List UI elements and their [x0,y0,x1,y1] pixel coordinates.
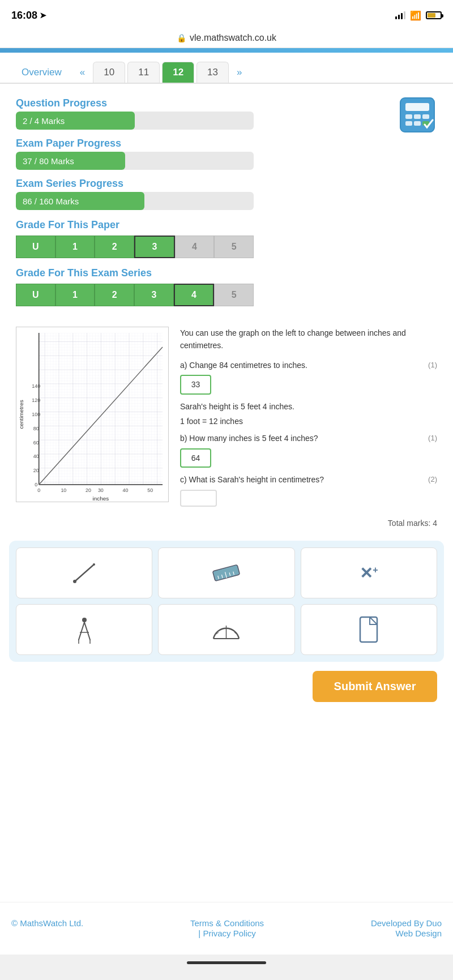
graph-container: 0 20 40 60 80 100 120 140 0 10 20 30 40 … [16,327,169,529]
svg-text:inches: inches [93,495,109,502]
status-icons: 📶 [395,10,442,21]
toolbar-grid: ✕+ [16,547,437,655]
protractor-tool-icon [211,617,242,643]
home-indicator-area [0,955,453,969]
exam-paper-label: Exam Paper Progress [16,138,437,149]
question-b-text: b) How many inches is 5 feet 4 inches? [180,432,318,444]
grade-series-boxes: U 1 2 3 4 5 [16,284,254,306]
ruler-tool-button[interactable] [158,547,294,598]
url-text: vle.mathswatch.co.uk [190,33,276,43]
lock-icon: 🔒 [177,33,186,42]
svg-point-39 [82,618,87,622]
svg-line-41 [84,622,90,640]
nav-prev-arrow[interactable]: « [74,62,91,83]
status-time: 16:08 ➤ [11,10,46,22]
question-b-marks: (1) [428,433,437,444]
submit-answer-button[interactable]: Submit Answer [313,671,437,702]
location-icon: ➤ [40,11,46,20]
svg-text:0: 0 [37,487,40,493]
eraser-tool-button[interactable]: ✕+ [301,547,437,598]
document-tool-icon [357,615,380,644]
grade-series-box-U: U [16,284,55,306]
exam-series-label: Exam Series Progress [16,178,437,190]
grade-series-section: Grade For This Exam Series U 1 2 3 4 5 [0,267,453,315]
conversion-graph: 0 20 40 60 80 100 120 140 0 10 20 30 40 … [16,327,169,502]
svg-text:140: 140 [32,383,40,389]
question-part-a: a) Change 84 centimetres to inches. (1) … [180,359,437,395]
svg-text:0: 0 [35,482,37,487]
question-a-text: a) Change 84 centimetres to inches. [180,359,307,371]
answer-c-box[interactable] [180,490,217,507]
protractor-tool-button[interactable] [158,604,294,655]
svg-text:100: 100 [32,412,40,417]
nav-next-arrow[interactable]: » [231,62,247,83]
question-c-marks: (2) [428,474,437,486]
answer-a-box[interactable]: 33 [180,375,211,394]
footer-copyright: © MathsWatch Ltd. [11,918,83,928]
grade-series-box-3: 3 [134,284,174,306]
answer-b-box[interactable]: 64 [180,448,211,468]
nav-tabs: Overview « 10 11 12 13 » [0,53,453,84]
calculator-icon [398,95,437,135]
svg-rect-49 [360,617,377,642]
line-tool-button[interactable] [16,547,152,598]
svg-text:10: 10 [61,487,66,493]
tab-11[interactable]: 11 [127,62,160,83]
home-bar [187,961,266,964]
grade-paper-box-4: 4 [175,236,215,258]
svg-text:20: 20 [33,468,39,473]
grade-paper-box-3: 3 [134,236,175,258]
top-accent-bar [0,48,453,53]
terms-link[interactable]: Terms & Conditions [190,918,264,928]
grade-paper-boxes: U 1 2 3 4 5 [16,236,254,258]
total-marks: Total marks: 4 [180,517,437,529]
question-sub-text: Sarah's height is 5 feet 4 inches. [180,400,437,413]
question-a-row: a) Change 84 centimetres to inches. (1) [180,359,437,371]
question-progress-label: Question Progress [16,97,437,109]
url-bar: 🔒 vle.mathswatch.co.uk [0,28,453,48]
question-info: 1 foot = 12 inches [180,415,437,427]
privacy-link[interactable]: | Privacy Policy [198,928,255,938]
question-progress-group: Question Progress 2 / 4 Marks [16,97,437,130]
tab-13[interactable]: 13 [196,62,229,83]
footer: © MathsWatch Ltd. Terms & Conditions | P… [0,902,453,955]
tab-10[interactable]: 10 [93,62,125,83]
ruler-tool-icon [211,559,242,587]
grade-paper-box-2: 2 [95,236,134,258]
grade-paper-label: Grade For This Paper [16,219,437,231]
web-design-text: Web Design [396,928,442,938]
svg-text:40: 40 [33,453,39,459]
footer-terms: Terms & Conditions | Privacy Policy [190,918,264,939]
compass-tool-button[interactable] [16,604,152,655]
question-progress-bar: 2 / 4 Marks [16,112,254,130]
tab-overview[interactable]: Overview [11,62,72,83]
document-tool-button[interactable] [301,604,437,655]
exam-paper-progress-bar: 37 / 80 Marks [16,152,254,170]
main-content: Overview « 10 11 12 13 » Quest [0,53,453,902]
grade-paper-box-1: 1 [55,236,95,258]
eraser-icon: ✕+ [360,564,378,583]
question-part-c: c) What is Sarah's height in centimetres… [180,473,437,510]
svg-rect-10 [39,333,163,485]
status-bar: 16:08 ➤ 📶 [0,0,453,28]
svg-rect-3 [414,114,421,119]
question-part-b: b) How many inches is 5 feet 4 inches? (… [180,432,437,468]
grade-paper-box-U: U [16,236,55,258]
tab-12[interactable]: 12 [162,62,194,83]
progress-section: Question Progress 2 / 4 Marks Exam Paper… [0,84,453,219]
toolbar: ✕+ [9,541,444,662]
time-display: 16:08 [11,10,37,22]
wifi-icon: 📶 [410,10,421,21]
grade-series-box-5: 5 [214,284,254,306]
grade-series-label: Grade For This Exam Series [16,267,437,279]
question-c-text: c) What is Sarah's height in centimetres… [180,473,324,486]
exam-series-progress-group: Exam Series Progress 86 / 160 Marks [16,178,437,210]
svg-point-32 [93,563,95,566]
exam-series-progress-value: 86 / 160 Marks [23,196,79,206]
line-tool-icon [70,559,99,587]
grade-series-box-2: 2 [95,284,134,306]
question-intro: You can use the graph on the left to cha… [180,327,437,352]
question-progress-value: 2 / 4 Marks [23,116,65,126]
exam-paper-progress-fill: 37 / 80 Marks [16,152,125,170]
svg-text:120: 120 [32,397,40,403]
